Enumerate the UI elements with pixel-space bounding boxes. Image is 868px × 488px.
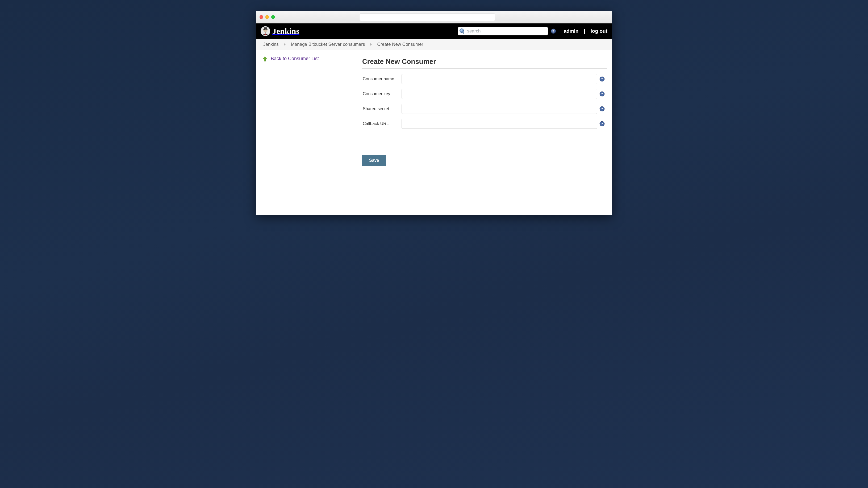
jenkins-logo-link[interactable]: Jenkins [260,26,300,36]
window-close-icon[interactable] [259,15,263,19]
svg-point-4 [264,30,265,30]
form-row-consumer-key: Consumer key ? [362,89,607,99]
app-topbar: Jenkins [256,23,612,39]
search-icon [459,28,465,34]
field-label: Callback URL [362,121,399,126]
search-input[interactable] [458,27,548,35]
field-label: Consumer key [362,91,399,96]
chevron-right-icon [284,43,286,46]
logout-link[interactable]: log out [591,28,608,34]
help-icon[interactable]: ? [551,28,556,34]
content: Back to Consumer List Create New Consume… [256,50,612,215]
help-icon[interactable]: ? [599,121,605,126]
help-icon[interactable]: ? [599,91,605,96]
field-label: Consumer name [362,77,399,81]
chevron-right-icon [370,43,372,46]
browser-window: Jenkins [256,11,612,215]
window-zoom-icon[interactable] [271,15,275,19]
help-icon[interactable]: ? [599,76,605,82]
breadcrumb: Jenkins Manage Bitbucket Server consumer… [256,39,612,50]
form-row-shared-secret: Shared secret ? [362,104,607,114]
svg-point-6 [460,29,464,32]
breadcrumb-item[interactable]: Manage Bitbucket Server consumers [289,42,367,47]
main-panel: Create New Consumer Consumer name ? Cons… [362,50,612,215]
breadcrumb-item[interactable]: Jenkins [262,42,280,47]
url-field[interactable] [360,13,495,21]
divider: | [584,28,585,34]
callback-url-input[interactable] [402,119,597,129]
window-titlebar [256,11,612,23]
shared-secret-input[interactable] [402,104,597,114]
save-button[interactable]: Save [362,155,386,166]
jenkins-logo-text: Jenkins [272,27,300,36]
field-label: Shared secret [362,107,399,111]
divider [362,68,607,69]
window-minimize-icon[interactable] [266,15,269,19]
help-icon[interactable]: ? [599,106,605,112]
page-title: Create New Consumer [362,57,607,66]
svg-text:?: ? [601,107,603,111]
up-arrow-icon [262,56,268,61]
side-panel: Back to Consumer List [256,50,362,215]
user-block: admin | log out [563,28,608,34]
svg-text:?: ? [553,29,555,33]
back-link-label: Back to Consumer List [271,56,319,61]
current-user-link[interactable]: admin [563,28,579,34]
svg-point-5 [266,30,267,30]
form-row-consumer-name: Consumer name ? [362,74,607,84]
svg-text:?: ? [601,122,603,126]
breadcrumb-item[interactable]: Create New Consumer [375,42,425,47]
svg-rect-2 [264,27,267,29]
consumer-name-input[interactable] [402,74,597,84]
consumer-key-input[interactable] [402,89,597,99]
svg-rect-3 [263,29,268,30]
search-wrap [458,27,548,35]
form-row-callback-url: Callback URL ? [362,119,607,129]
back-to-list-link[interactable]: Back to Consumer List [262,56,356,61]
jenkins-logo-icon [260,26,270,36]
svg-text:?: ? [601,92,603,96]
svg-text:?: ? [601,77,603,81]
svg-rect-7 [462,32,465,34]
